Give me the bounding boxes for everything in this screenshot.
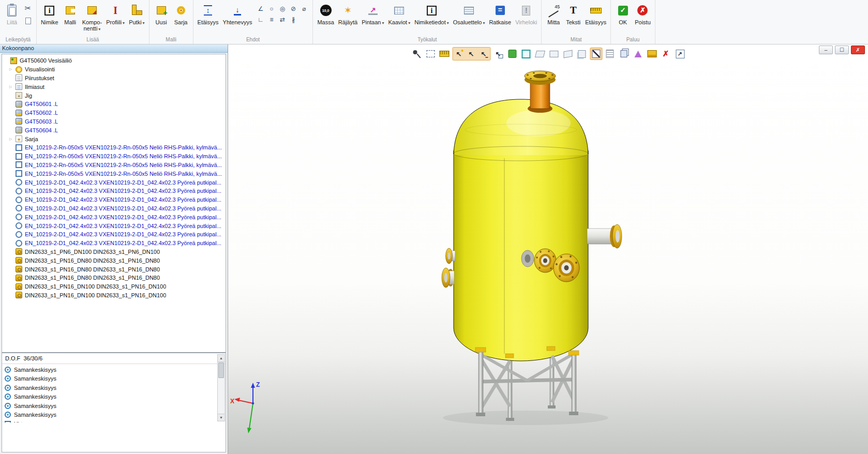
constraint-item[interactable]: Samankeskisyys bbox=[2, 392, 226, 402]
tree-item[interactable]: G4T50603 .L bbox=[2, 117, 226, 126]
3d-scene[interactable]: Z X bbox=[228, 44, 868, 454]
tree-item[interactable]: G4T50601 .L bbox=[2, 100, 226, 109]
snap-point-icon[interactable] bbox=[453, 48, 465, 60]
maximize-button[interactable]: ☐ bbox=[835, 46, 849, 54]
komponentti-button[interactable]: Kompo- nentti bbox=[80, 1, 104, 33]
constraint-item[interactable]: Samankeskisyys bbox=[2, 365, 226, 374]
normal-view-icon[interactable] bbox=[590, 48, 602, 60]
copy-view-icon[interactable] bbox=[618, 48, 630, 60]
circle-constraint-icon[interactable]: ○ bbox=[266, 3, 277, 14]
scroll-up-button[interactable]: ▲ bbox=[218, 355, 225, 362]
right-nozzle[interactable] bbox=[587, 224, 622, 248]
delete-icon[interactable] bbox=[660, 48, 672, 60]
angle-constraint-icon[interactable]: ∠ bbox=[255, 3, 266, 14]
pintaan-button[interactable]: Pintaan bbox=[360, 1, 386, 26]
ok-button[interactable]: OK bbox=[613, 1, 633, 25]
tree-item[interactable]: EN_10219-2-D1_042.4x02.3 VXEN10219-2-D1_… bbox=[2, 204, 226, 213]
constraint-item[interactable]: Samankeskisyys bbox=[2, 374, 226, 384]
tree-item[interactable]: DIN2633_s1_PN16_DN100 DIN2633_s1_PN16_DN… bbox=[2, 291, 226, 300]
tree-item[interactable]: DIN2633_s1_PN16_DN80 DIN2633_s1_PN16_DN8… bbox=[2, 274, 226, 282]
constraint-item[interactable]: Samankeskisyys bbox=[2, 411, 226, 420]
tree-item[interactable]: ▷ Visualisointi bbox=[2, 65, 226, 74]
left-nozzles[interactable] bbox=[442, 248, 455, 287]
nimike-button[interactable]: Nimike bbox=[39, 1, 61, 25]
tree-item[interactable]: EN_10219-2-D1_042.4x02.3 VXEN10219-2-D1_… bbox=[2, 230, 226, 239]
face-view-2-icon[interactable] bbox=[548, 48, 560, 60]
parallel-constraint-icon[interactable]: ≡ bbox=[266, 14, 277, 25]
snap-angle-icon[interactable] bbox=[477, 48, 490, 60]
tree-item[interactable]: Piirustukset bbox=[2, 74, 226, 83]
tree-item[interactable]: Jig bbox=[2, 91, 226, 100]
close-button[interactable]: ✗ bbox=[851, 46, 865, 54]
swap-constraint-icon[interactable]: ⇄ bbox=[277, 14, 288, 25]
tree-item[interactable]: EN_10219-2-Rn-050x5 VXEN10219-2-Rn-050x5… bbox=[2, 143, 226, 152]
cut-button[interactable] bbox=[23, 3, 33, 13]
tree-item[interactable]: EN_10219-2-Rn-050x5 VXEN10219-2-Rn-050x5… bbox=[2, 152, 226, 161]
tree-item[interactable]: G4T50602 .L bbox=[2, 109, 226, 117]
ratkaise-button[interactable]: Ratkaise bbox=[487, 1, 513, 25]
new-window-icon[interactable] bbox=[674, 48, 686, 60]
malli-button[interactable]: Malli bbox=[61, 1, 80, 25]
tank-model[interactable] bbox=[454, 99, 588, 361]
wireframe-view-icon[interactable] bbox=[520, 48, 532, 60]
tree-item[interactable]: EN_10219-2-D1_042.4x02.3 VXEN10219-2-D1_… bbox=[2, 187, 226, 195]
paste-button[interactable]: Liitä bbox=[2, 1, 22, 25]
minimize-button[interactable]: – bbox=[819, 46, 833, 54]
tree-item[interactable]: DIN2633_s1_PN16_DN100 DIN2633_s1_PN16_DN… bbox=[2, 282, 226, 291]
osaluettelo-button[interactable]: Osaluettelo bbox=[451, 1, 487, 26]
tree-item[interactable]: ▷ Sarja bbox=[2, 134, 226, 143]
constraint-item[interactable]: Yhtenevyys bbox=[2, 419, 226, 422]
etaisyys-dimension-button[interactable]: Etäisyys bbox=[583, 1, 608, 25]
poistu-button[interactable]: Poistu bbox=[633, 1, 653, 25]
tree-item[interactable]: G4T50604 .L bbox=[2, 126, 226, 134]
tree-item[interactable]: DIN2633_s1_PN6_DN100 DIN2633_s1_PN6_DN10… bbox=[2, 248, 226, 256]
tree-item[interactable]: ▷ Ilmiasut bbox=[2, 82, 226, 91]
nimiketiedot-button[interactable]: Nimiketiedot bbox=[412, 1, 451, 26]
tree-item[interactable]: G4T50600 Vesisäiliö bbox=[2, 56, 226, 65]
rajayta-button[interactable]: Räjäytä bbox=[336, 1, 360, 25]
pin-icon[interactable] bbox=[410, 48, 423, 60]
face-view-3-icon[interactable] bbox=[562, 48, 574, 60]
tree-item[interactable]: DIN2633_s1_PN16_DN80 DIN2633_s1_PN16_DN8… bbox=[2, 265, 226, 274]
tree-item[interactable]: DIN2633_s1_PN16_DN80 DIN2633_s1_PN16_DN8… bbox=[2, 256, 226, 265]
dof-scrollbar[interactable]: ▲ ▼ bbox=[217, 354, 225, 421]
face-view-1-icon[interactable] bbox=[534, 48, 546, 60]
virheloki-button[interactable]: Virheloki bbox=[513, 1, 539, 25]
tree-item[interactable]: EN_10219-2-D1_042.4x02.3 VXEN10219-2-D1_… bbox=[2, 221, 226, 230]
3d-viewport[interactable]: Z X – ☐ ✗ bbox=[228, 44, 868, 454]
profiili-button[interactable]: Profiili bbox=[104, 1, 127, 26]
sarja-button[interactable]: Sarja bbox=[171, 1, 191, 25]
putki-button[interactable]: Putki bbox=[127, 1, 146, 26]
copy-button[interactable] bbox=[23, 16, 33, 26]
tree-item[interactable]: EN_10219-2-D1_042.4x02.3 VXEN10219-2-D1_… bbox=[2, 178, 226, 187]
perpendicular-constraint-icon[interactable]: ∟ bbox=[255, 14, 266, 25]
etaisyys-constraint-button[interactable]: Etäisyys bbox=[196, 1, 221, 25]
panel-title[interactable]: Kokoonpano bbox=[0, 44, 228, 53]
tree-item[interactable]: EN_10219-2-Rn-050x5 VXEN10219-2-Rn-050x5… bbox=[2, 169, 226, 178]
massa-button[interactable]: 10,0 Massa bbox=[315, 1, 336, 25]
kaaviot-button[interactable]: Kaaviot bbox=[386, 1, 412, 26]
not-parallel-constraint-icon[interactable]: ∦ bbox=[288, 14, 298, 25]
concentric-constraint-icon[interactable]: ◎ bbox=[277, 3, 288, 14]
tree-item[interactable]: EN_10219-2-D1_042.4x02.3 VXEN10219-2-D1_… bbox=[2, 239, 226, 248]
shaded-view-icon[interactable] bbox=[506, 48, 518, 60]
constraint-item[interactable]: Samankeskisyys bbox=[2, 383, 226, 392]
select-frame-icon[interactable] bbox=[424, 48, 437, 60]
tree-item[interactable]: EN_10219-2-Rn-050x5 VXEN10219-2-Rn-050x5… bbox=[2, 161, 226, 170]
snap-free-icon[interactable] bbox=[465, 48, 477, 60]
mitta-button[interactable]: 45 Mitta bbox=[544, 1, 563, 25]
expand-arrow-icon[interactable]: ▷ bbox=[9, 85, 15, 89]
pick-part-icon[interactable] bbox=[492, 48, 504, 60]
yhtenevyys-button[interactable]: Yhtenevyys bbox=[221, 1, 255, 25]
notes-icon[interactable] bbox=[604, 48, 616, 60]
teksti-button[interactable]: Teksti bbox=[563, 1, 583, 25]
expand-arrow-icon[interactable]: ▷ bbox=[9, 67, 15, 71]
scroll-down-button[interactable]: ▼ bbox=[218, 414, 225, 421]
tree-item[interactable]: EN_10219-2-D1_042.4x02.3 VXEN10219-2-D1_… bbox=[2, 213, 226, 221]
tree-item[interactable]: EN_10219-2-D1_042.4x02.3 VXEN10219-2-D1_… bbox=[2, 195, 226, 204]
constraint-item[interactable]: Samankeskisyys bbox=[2, 401, 226, 411]
uusi-button[interactable]: Uusi bbox=[152, 1, 171, 25]
measure-icon[interactable] bbox=[438, 48, 451, 60]
expand-arrow-icon[interactable]: ▷ bbox=[9, 137, 15, 141]
iso-view-icon[interactable] bbox=[576, 48, 588, 60]
